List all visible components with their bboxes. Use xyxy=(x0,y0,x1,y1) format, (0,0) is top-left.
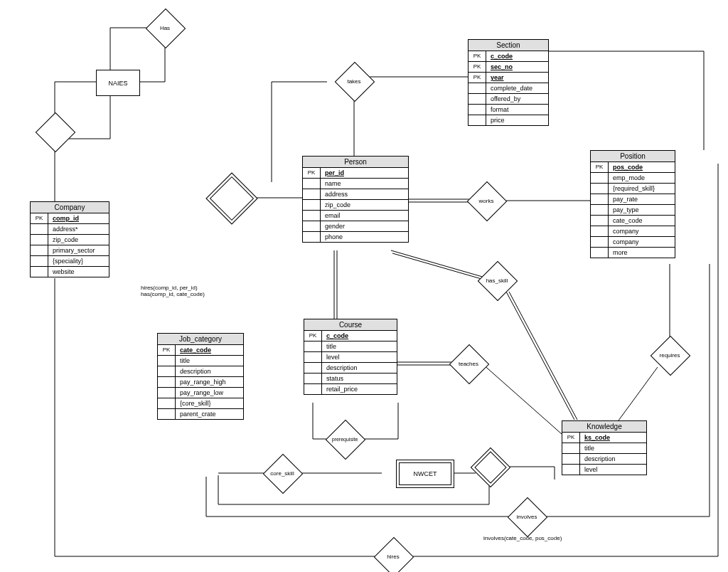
entity-position: Position PKpos_code emp_mode {required_s… xyxy=(590,150,675,258)
entity-company: Company PKcomp_id address* zip_code prim… xyxy=(30,201,109,277)
entity-title: Knowledge xyxy=(562,421,646,433)
relation-works: works xyxy=(473,187,500,214)
entity-nwcet: NWCET xyxy=(396,460,454,488)
relation-prerequisite: prerequisite xyxy=(331,425,358,452)
entity-title: Job_category xyxy=(158,334,243,345)
relation-nwcet-knowledge xyxy=(476,453,503,480)
entity-title: Course xyxy=(304,319,397,331)
annotation-hires-has: hires(comp_id, per_id) has(comp_id, cate… xyxy=(141,285,205,297)
svg-line-11 xyxy=(482,364,562,434)
relation-has: Has xyxy=(151,14,178,41)
er-diagram: Has NAIES Company PKcomp_id address* zip… xyxy=(0,0,728,572)
entity-title: Person xyxy=(303,157,408,168)
relation-takes: takes xyxy=(341,68,368,95)
relation-involves: involves xyxy=(513,503,540,530)
relation-hires: hires xyxy=(380,543,407,570)
entity-title: Section xyxy=(469,40,548,51)
svg-line-3 xyxy=(391,250,485,277)
entity-job-category: Job_category PKcate_code title descripti… xyxy=(157,333,244,420)
entity-person: Person PKper_id name address zip_code em… xyxy=(302,156,409,243)
relation-company-person xyxy=(213,180,249,216)
svg-line-5 xyxy=(506,292,574,420)
entity-title: Position xyxy=(591,151,675,162)
entity-title: Company xyxy=(31,202,109,213)
entity-knowledge: Knowledge PKks_code title description le… xyxy=(562,420,647,475)
entity-naies: NAIES xyxy=(96,70,140,96)
relation-has-skill: has_skill xyxy=(483,267,510,294)
relation-teaches: teaches xyxy=(455,350,482,377)
relation-requires: requires xyxy=(656,341,683,369)
relation-core-skill: core_skill xyxy=(269,460,296,487)
svg-line-6 xyxy=(509,292,577,420)
relation-naies-company xyxy=(41,118,68,145)
svg-line-4 xyxy=(392,253,486,280)
entity-section: Section PKc_code PKsec_no PKyear complet… xyxy=(468,39,549,126)
annotation-involves: involves(cate_code, pos_code) xyxy=(483,535,562,541)
entity-course: Course PKc_code title level description … xyxy=(304,319,397,395)
